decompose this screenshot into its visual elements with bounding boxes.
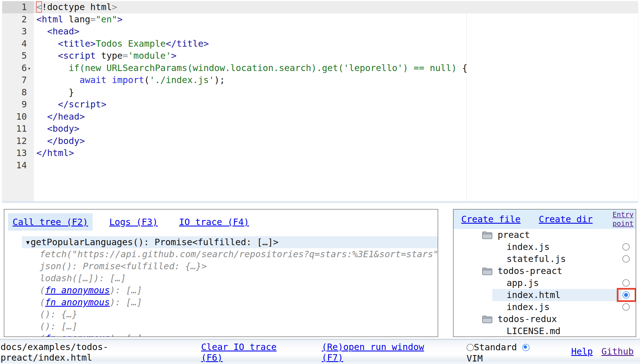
entry-point-header[interactable]: Entry point bbox=[613, 210, 634, 228]
folder-icon bbox=[482, 315, 493, 324]
code-line[interactable]: 6▾ if(new URLSearchParams(window.locatio… bbox=[2, 62, 638, 74]
code-line[interactable]: 7 await import('./index.js'); bbox=[2, 74, 638, 86]
tab-io-trace-f4[interactable]: IO trace (F4) bbox=[175, 213, 253, 231]
line-number: 8 bbox=[2, 86, 34, 99]
code-text: await import('./index.js'); bbox=[34, 74, 638, 86]
line-number: 11 bbox=[2, 123, 34, 135]
file-tree-dir-row[interactable]: todos-redux bbox=[453, 313, 636, 325]
code-text: </body> bbox=[34, 135, 638, 147]
code-line[interactable]: 1<!doctype html> bbox=[2, 1, 638, 13]
line-number: 1 bbox=[2, 1, 34, 13]
call-tree-row[interactable]: (): […] bbox=[22, 320, 438, 332]
line-number: 14 bbox=[2, 159, 34, 172]
code-line[interactable]: 14 bbox=[2, 159, 638, 172]
code-line[interactable]: 5 <script type='module'> bbox=[2, 50, 638, 62]
code-text: <!doctype html> bbox=[34, 1, 638, 13]
call-text: ): […] bbox=[110, 333, 142, 337]
file-tree-file-row[interactable]: app.js bbox=[453, 277, 636, 289]
tab-call-tree-f2[interactable]: Call tree (F2) bbox=[8, 213, 93, 231]
file-name[interactable]: preact bbox=[498, 229, 530, 241]
line-number: 2 bbox=[2, 13, 34, 26]
call-tree-row[interactable]: (fn anonymous): […] bbox=[22, 332, 438, 337]
file-tree-file-row[interactable]: LICENSE.md bbox=[453, 325, 636, 337]
file-tree: preactindex.jsstateful.jstodos-preactapp… bbox=[453, 229, 636, 337]
file-tree-file-row[interactable]: index.js bbox=[453, 301, 636, 313]
file-name[interactable]: index.js bbox=[507, 301, 550, 313]
reopen-run-window-link[interactable]: (Re)open run window (F7) bbox=[322, 342, 432, 363]
call-tree-row[interactable]: (): {…} bbox=[22, 308, 438, 320]
function-link[interactable]: fn anonymous bbox=[45, 333, 110, 337]
file-name[interactable]: index.js bbox=[507, 241, 550, 253]
editor-lines: 1<!doctype html>2<html lang="en">3 <head… bbox=[2, 1, 638, 171]
create-file-link[interactable]: Create file bbox=[461, 214, 521, 224]
line-number: 13 bbox=[2, 147, 34, 159]
code-line[interactable]: 12 </body> bbox=[2, 135, 638, 147]
code-line[interactable]: 8 } bbox=[2, 86, 638, 99]
entry-point-radio[interactable] bbox=[622, 291, 630, 299]
call-text: ( bbox=[40, 297, 45, 308]
code-text: } bbox=[34, 86, 638, 99]
line-number: 12 bbox=[2, 135, 34, 147]
tab-logs-f3[interactable]: Logs (F3) bbox=[105, 213, 162, 231]
code-text: <script type='module'> bbox=[34, 50, 638, 62]
call-tree-row[interactable]: json(): Promise<fulfilled: {…}> bbox=[22, 260, 438, 272]
line-number: 10 bbox=[2, 111, 34, 123]
code-text: <head> bbox=[34, 25, 638, 38]
file-name[interactable]: stateful.js bbox=[507, 253, 566, 265]
fold-arrow-icon[interactable]: ▾ bbox=[27, 63, 31, 75]
entry-point-radio[interactable] bbox=[622, 255, 630, 263]
code-line[interactable]: 2<html lang="en"> bbox=[2, 13, 638, 26]
entry-point-radio[interactable] bbox=[622, 303, 630, 311]
call-text: ): […] bbox=[110, 285, 142, 296]
code-text: <body> bbox=[34, 123, 638, 135]
standard-keybinding-label[interactable]: Standard bbox=[474, 342, 517, 353]
call-tree-row[interactable]: ▾getPopularLanguages(): Promise<fulfille… bbox=[22, 236, 438, 248]
vim-keybinding-radio[interactable] bbox=[522, 344, 530, 351]
entry-point-radio[interactable] bbox=[622, 279, 630, 287]
code-line[interactable]: 4 <title>Todos Example</title> bbox=[2, 38, 638, 50]
file-tree-file-row[interactable]: index.js bbox=[453, 241, 636, 253]
function-link[interactable]: fn anonymous bbox=[45, 285, 110, 296]
code-line[interactable]: 10 </head> bbox=[2, 111, 638, 123]
code-line[interactable]: 13</html> bbox=[2, 147, 638, 159]
call-text: ): […] bbox=[110, 297, 142, 308]
line-number: 7 bbox=[2, 74, 34, 86]
call-text: ( bbox=[40, 333, 45, 337]
code-text: <title>Todos Example</title> bbox=[34, 38, 638, 50]
entry-point-radio[interactable] bbox=[622, 243, 630, 250]
radio-dot-icon bbox=[524, 345, 527, 349]
create-dir-link[interactable]: Create dir bbox=[539, 214, 593, 224]
file-tree-dir-row[interactable]: preact bbox=[453, 229, 636, 241]
file-name[interactable]: todos-redux bbox=[498, 313, 557, 325]
github-link[interactable]: Github bbox=[601, 346, 634, 357]
clear-io-trace-link[interactable]: Clear IO trace (F6) bbox=[201, 342, 285, 363]
vim-keybinding-label[interactable]: VIM bbox=[467, 353, 483, 364]
call-text: ▾getPopularLanguages(): Promise<fulfille… bbox=[25, 237, 278, 247]
help-link[interactable]: Help bbox=[571, 346, 593, 357]
radio-dot-icon bbox=[624, 293, 628, 297]
entry-point-line1: Entry bbox=[613, 211, 634, 219]
call-tree-row[interactable]: (fn anonymous): […] bbox=[22, 296, 438, 308]
code-line[interactable]: 3 <head> bbox=[2, 25, 638, 38]
file-name[interactable]: index.html bbox=[507, 289, 561, 301]
file-name[interactable]: app.js bbox=[507, 277, 539, 289]
file-tree-dir-row[interactable]: todos-preact bbox=[453, 265, 636, 277]
standard-keybinding-radio[interactable] bbox=[467, 344, 474, 351]
call-text: (): {…} bbox=[40, 309, 77, 320]
code-text bbox=[34, 159, 638, 172]
code-line[interactable]: 11 <body> bbox=[2, 123, 638, 135]
file-name[interactable]: LICENSE.md bbox=[507, 325, 561, 337]
function-link[interactable]: fn anonymous bbox=[45, 297, 110, 308]
code-line[interactable]: 9 </script> bbox=[2, 98, 638, 111]
code-editor[interactable]: 1<!doctype html>2<html lang="en">3 <head… bbox=[2, 1, 638, 202]
folder-icon bbox=[482, 231, 493, 240]
call-tree-row[interactable]: fetch("https://api.github.com/search/rep… bbox=[22, 248, 438, 260]
call-tree-row[interactable]: lodash([…]): […] bbox=[22, 272, 438, 284]
line-number: 6▾ bbox=[2, 62, 34, 74]
call-tree-row[interactable]: (fn anonymous): […] bbox=[22, 284, 438, 296]
file-tree-file-row[interactable]: stateful.js bbox=[453, 253, 636, 265]
line-number: 9 bbox=[2, 98, 34, 111]
status-bar: docs/examples/todos-preact/index.html Cl… bbox=[0, 339, 640, 364]
file-name[interactable]: todos-preact bbox=[498, 265, 562, 277]
file-tree-file-row[interactable]: index.html bbox=[453, 289, 636, 301]
